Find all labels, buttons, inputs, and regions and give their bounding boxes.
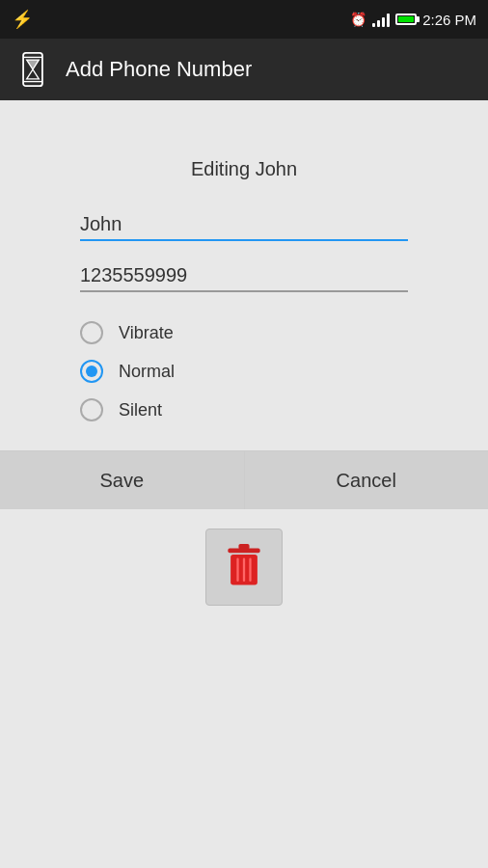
save-button[interactable]: Save — [0, 451, 245, 509]
radio-normal-label: Normal — [119, 362, 175, 382]
app-bar-icon — [15, 52, 50, 87]
radio-vibrate[interactable]: Vibrate — [80, 321, 408, 344]
app-bar-title: Add Phone Number — [66, 57, 252, 82]
name-input[interactable] — [80, 209, 408, 241]
delete-button-container — [0, 529, 488, 606]
main-content: Editing John Vibrate Normal Silent — [0, 100, 488, 450]
radio-silent-label: Silent — [119, 400, 162, 420]
svg-marker-4 — [27, 60, 40, 69]
radio-vibrate-label: Vibrate — [119, 323, 174, 343]
radio-silent-circle — [80, 398, 103, 421]
hourglass-phone-icon — [18, 52, 47, 87]
svg-rect-6 — [238, 544, 249, 550]
alarm-icon: ⏰ — [350, 12, 366, 27]
status-bar-left: ⚡ — [12, 9, 33, 30]
ring-mode-radio-group: Vibrate Normal Silent — [80, 321, 408, 421]
phone-input[interactable] — [80, 260, 408, 292]
status-bar: ⚡ ⏰ 2:26 PM — [0, 0, 488, 39]
usb-icon: ⚡ — [12, 9, 33, 30]
delete-button[interactable] — [205, 529, 283, 606]
trash-icon — [223, 543, 265, 591]
name-input-container — [80, 209, 408, 241]
battery-icon — [395, 14, 417, 25]
action-button-row: Save Cancel — [0, 450, 488, 509]
app-bar: Add Phone Number — [0, 39, 488, 100]
section-label: Editing John — [191, 158, 297, 180]
radio-normal[interactable]: Normal — [80, 360, 408, 383]
radio-normal-inner — [86, 366, 97, 377]
cancel-button[interactable]: Cancel — [245, 451, 489, 509]
status-time: 2:26 PM — [422, 12, 476, 28]
radio-silent[interactable]: Silent — [80, 398, 408, 421]
phone-input-container — [80, 260, 408, 292]
radio-normal-circle — [80, 360, 103, 383]
status-bar-right: ⏰ 2:26 PM — [350, 12, 476, 28]
radio-vibrate-circle — [80, 321, 103, 344]
signal-bars-icon — [372, 12, 390, 27]
